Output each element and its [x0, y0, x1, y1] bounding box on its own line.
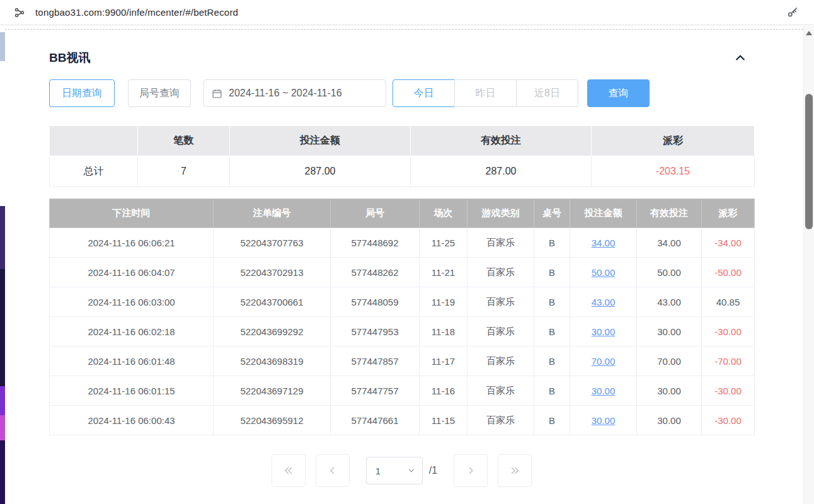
summary-header-payout: 派彩	[592, 126, 755, 156]
payout-cell: -34.00	[702, 228, 755, 258]
background-fragment	[0, 206, 5, 269]
table-row: 2024-11-16 06:06:21522043707763577448692…	[50, 228, 755, 258]
header-valid-bet: 有效投注	[637, 199, 702, 228]
table-number-cell: B	[534, 376, 570, 406]
bet-amount-cell: 70.00	[570, 346, 637, 376]
summary-payout-value: -203.15	[592, 156, 755, 187]
page-select[interactable]: 1	[366, 457, 423, 484]
session-cell: 11-17	[420, 346, 467, 376]
game-type-cell: 百家乐	[467, 376, 534, 406]
collapse-chevron-up-icon[interactable]	[734, 52, 747, 64]
bet-amount-cell: 30.00	[570, 376, 637, 406]
bet-time-cell: 2024-11-16 06:03:00	[50, 287, 214, 317]
order-number-cell: 522043695912	[214, 406, 331, 435]
chevron-right-icon	[465, 465, 476, 476]
header-session: 场次	[420, 199, 467, 228]
header-order-number: 注单编号	[214, 199, 331, 228]
yesterday-button[interactable]: 昨日	[454, 79, 517, 107]
url-text[interactable]: tongbao31.com:9900/infe/mcenter/#/betRec…	[35, 7, 238, 18]
game-type-cell: 百家乐	[467, 317, 534, 346]
payout-cell: -50.00	[702, 258, 755, 287]
round-number-cell: 577447661	[331, 406, 420, 435]
header-game-type: 游戏类别	[467, 199, 534, 228]
calendar-icon	[212, 88, 222, 99]
filter-toolbar: 日期查询 局号查询 2024-11-16 ~ 2024-11-16 今日 昨日 …	[49, 79, 754, 108]
round-number-cell: 577447857	[331, 346, 420, 376]
round-number-cell: 577448059	[331, 287, 420, 317]
table-row: 2024-11-16 06:02:18522043699292577447953…	[50, 317, 755, 346]
game-type-cell: 百家乐	[467, 346, 534, 376]
session-cell: 11-18	[420, 317, 467, 346]
game-type-cell: 百家乐	[467, 228, 534, 258]
round-number-cell: 577447757	[331, 376, 420, 406]
bet-amount-link[interactable]: 30.00	[592, 326, 616, 337]
summary-header-bet-amount: 投注金额	[230, 126, 411, 156]
round-query-button[interactable]: 局号查询	[128, 79, 191, 107]
round-number-cell: 577447953	[331, 317, 420, 346]
password-key-icon[interactable]	[786, 6, 799, 21]
quick-date-group: 今日 昨日 近8日	[393, 79, 578, 107]
table-number-cell: B	[534, 406, 570, 435]
summary-total-row: 总计 7 287.00 287.00 -203.15	[50, 156, 755, 187]
valid-bet-cell: 34.00	[637, 228, 702, 258]
summary-header-blank	[50, 126, 138, 156]
bet-amount-cell: 43.00	[570, 287, 637, 317]
last-page-button[interactable]	[498, 454, 532, 487]
bet-time-cell: 2024-11-16 06:04:07	[50, 258, 214, 287]
session-cell: 11-25	[420, 228, 467, 258]
header-payout: 派彩	[702, 199, 755, 228]
payout-cell: -30.00	[702, 406, 755, 435]
order-number-cell: 522043699292	[214, 317, 331, 346]
background-fragment	[0, 269, 5, 386]
valid-bet-cell: 50.00	[637, 258, 702, 287]
bet-amount-link[interactable]: 34.00	[592, 238, 616, 248]
bet-amount-link[interactable]: 50.00	[592, 267, 616, 278]
browser-address-bar[interactable]: tongbao31.com:9900/infe/mcenter/#/betRec…	[0, 0, 814, 25]
date-range-input[interactable]: 2024-11-16 ~ 2024-11-16	[203, 79, 386, 107]
payout-cell: -30.00	[702, 317, 755, 346]
today-button[interactable]: 今日	[393, 79, 455, 107]
valid-bet-cell: 43.00	[637, 287, 702, 317]
scroll-up-arrow-icon[interactable]	[806, 31, 812, 35]
summary-valid-bet-value: 287.00	[411, 156, 592, 187]
valid-bet-cell: 30.00	[637, 317, 702, 346]
bet-time-cell: 2024-11-16 06:02:18	[50, 317, 214, 346]
scrollbar-thumb[interactable]	[805, 94, 813, 229]
panel-title: BB视讯	[49, 50, 90, 66]
header-round-number: 局号	[331, 199, 420, 228]
bet-amount-link[interactable]: 30.00	[592, 386, 616, 396]
next-page-button[interactable]	[454, 454, 488, 487]
background-fragment	[0, 415, 5, 440]
double-chevron-right-icon	[509, 465, 520, 476]
bet-amount-link[interactable]: 70.00	[592, 356, 616, 367]
valid-bet-cell: 70.00	[637, 346, 702, 376]
prev-page-button[interactable]	[316, 454, 350, 487]
first-page-button[interactable]	[272, 454, 306, 487]
page-select-value: 1	[375, 466, 381, 476]
bet-time-cell: 2024-11-16 06:01:48	[50, 346, 214, 376]
payout-cell: -30.00	[702, 376, 755, 406]
valid-bet-cell: 30.00	[637, 406, 702, 435]
bet-amount-cell: 30.00	[570, 406, 637, 435]
table-number-cell: B	[534, 287, 570, 317]
last-8-days-button[interactable]: 近8日	[516, 79, 578, 107]
valid-bet-cell: 30.00	[637, 376, 702, 406]
date-range-value: 2024-11-16 ~ 2024-11-16	[229, 88, 342, 99]
summary-header-count: 笔数	[138, 126, 230, 156]
bet-time-cell: 2024-11-16 06:00:43	[50, 406, 214, 435]
bet-time-cell: 2024-11-16 06:01:15	[50, 376, 214, 406]
bet-amount-link[interactable]: 30.00	[592, 415, 616, 426]
search-button[interactable]: 查询	[587, 79, 650, 107]
order-number-cell: 522043702913	[214, 258, 331, 287]
bet-record-table: 下注时间 注单编号 局号 场次 游戏类别 桌号 投注金额 有效投注 派彩 202…	[49, 198, 755, 435]
round-number-cell: 577448692	[331, 228, 420, 258]
profile-hub-icon[interactable]	[11, 4, 28, 21]
double-chevron-left-icon	[283, 465, 294, 476]
vertical-scrollbar[interactable]	[803, 26, 814, 504]
table-row: 2024-11-16 06:00:43522043695912577447661…	[50, 406, 755, 435]
round-number-cell: 577448262	[331, 258, 420, 287]
table-row: 2024-11-16 06:04:07522043702913577448262…	[50, 258, 755, 287]
bet-amount-link[interactable]: 43.00	[592, 297, 616, 307]
session-cell: 11-21	[420, 258, 467, 287]
date-query-button[interactable]: 日期查询	[49, 79, 115, 107]
